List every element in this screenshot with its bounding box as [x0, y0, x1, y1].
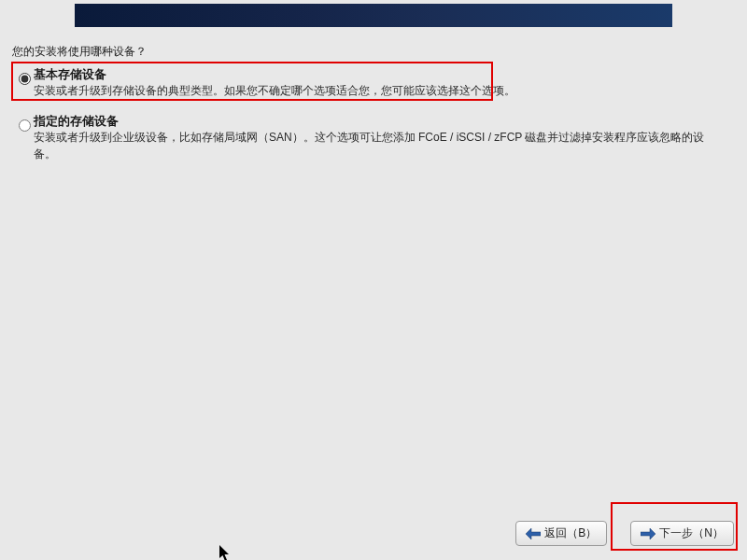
- option-basic-storage[interactable]: 基本存储设备 安装或者升级到存储设备的典型类型。如果您不确定哪个选项适合您，您可…: [17, 67, 726, 99]
- back-button[interactable]: 返回（B）: [515, 521, 607, 546]
- arrow-left-icon: [526, 528, 541, 539]
- option-specialized-title: 指定的存储设备: [34, 114, 726, 130]
- arrow-right-icon: [641, 528, 655, 539]
- option-basic-title: 基本存储设备: [34, 67, 726, 83]
- option-basic-desc: 安装或者升级到存储设备的典型类型。如果您不确定哪个选项适合您，您可能应该选择这个…: [34, 83, 726, 99]
- option-specialized-storage[interactable]: 指定的存储设备 安装或者升级到企业级设备，比如存储局域网（SAN）。这个选项可让…: [17, 114, 726, 162]
- header-banner: [75, 4, 672, 27]
- prompt-text: 您的安装将使用哪种设备？: [12, 44, 147, 60]
- back-button-label: 返回（B）: [544, 525, 597, 541]
- storage-options-group: 基本存储设备 安装或者升级到存储设备的典型类型。如果您不确定哪个选项适合您，您可…: [17, 67, 726, 177]
- footer-buttons: 返回（B） 下一步（N）: [515, 521, 734, 546]
- option-specialized-desc: 安装或者升级到企业级设备，比如存储局域网（SAN）。这个选项可让您添加 FCoE…: [34, 130, 726, 162]
- mouse-cursor: [219, 545, 231, 560]
- radio-specialized[interactable]: [19, 119, 31, 132]
- next-button[interactable]: 下一步（N）: [630, 521, 734, 546]
- next-button-label: 下一步（N）: [659, 525, 724, 541]
- radio-basic[interactable]: [19, 73, 31, 85]
